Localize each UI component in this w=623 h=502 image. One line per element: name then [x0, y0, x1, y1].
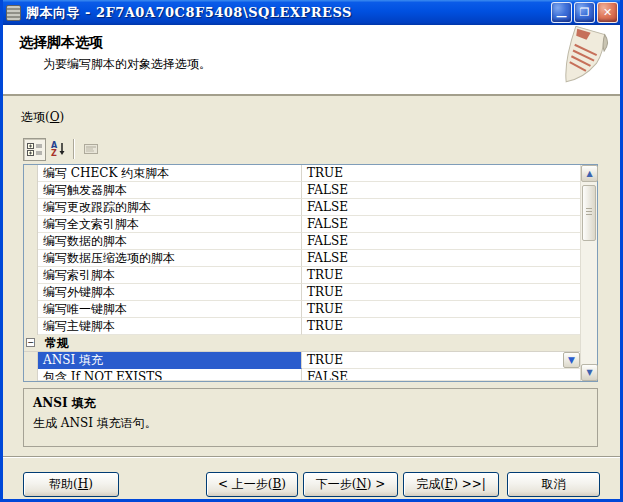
- property-value[interactable]: FALSE: [302, 199, 580, 216]
- row-gutter: [24, 352, 38, 369]
- back-button[interactable]: < 上一步(B): [206, 472, 298, 497]
- scroll-down-icon[interactable]: ▼: [581, 364, 598, 381]
- property-pages-icon: [83, 141, 99, 157]
- alphabetical-sort-button[interactable]: A Z: [46, 138, 69, 161]
- property-name[interactable]: ANSI 填充: [38, 352, 302, 369]
- property-name[interactable]: 编写触发器脚本: [38, 182, 302, 199]
- property-value[interactable]: TRUE: [302, 301, 580, 318]
- property-value[interactable]: TRUE: [302, 165, 580, 182]
- wizard-page-header: 选择脚本选项 为要编写脚本的对象选择选项。: [3, 25, 620, 96]
- property-name[interactable]: 编写主键脚本: [38, 318, 302, 335]
- minimize-button[interactable]: —: [551, 2, 572, 23]
- property-grid-rows: 编写 CHECK 约束脚本TRUE编写触发器脚本FALSE编写更改跟踪的脚本FA…: [24, 165, 580, 381]
- grid-property-row[interactable]: 包含 If NOT EXISTSFALSE: [24, 369, 580, 381]
- close-button[interactable]: ✕: [597, 2, 618, 23]
- categorized-icon: [27, 141, 43, 157]
- help-button[interactable]: 帮助(H): [23, 472, 119, 497]
- property-value[interactable]: FALSE: [302, 216, 580, 233]
- collapse-minus-icon[interactable]: −: [26, 338, 35, 347]
- row-gutter: [24, 233, 38, 250]
- row-gutter: −: [24, 335, 38, 351]
- close-icon: ✕: [603, 7, 612, 18]
- page-title: 选择脚本选项: [19, 34, 103, 52]
- property-name[interactable]: 编写数据压缩选项的脚本: [38, 250, 302, 267]
- script-paper-graphic: [554, 26, 616, 97]
- grid-property-row[interactable]: 编写触发器脚本FALSE: [24, 182, 580, 199]
- grid-property-row[interactable]: 编写数据的脚本FALSE: [24, 233, 580, 250]
- app-icon: [6, 5, 21, 21]
- description-title: ANSI 填充: [24, 389, 597, 412]
- grid-property-row[interactable]: 编写外键脚本TRUE: [24, 284, 580, 301]
- grid-property-row[interactable]: 编写唯一键脚本TRUE: [24, 301, 580, 318]
- property-value[interactable]: FALSE: [302, 369, 580, 381]
- row-gutter: [24, 182, 38, 199]
- row-gutter: [24, 301, 38, 318]
- property-value[interactable]: FALSE: [302, 233, 580, 250]
- grid-property-row[interactable]: 编写数据压缩选项的脚本FALSE: [24, 250, 580, 267]
- property-value[interactable]: TRUE: [302, 267, 580, 284]
- grid-property-row[interactable]: 编写更改跟踪的脚本FALSE: [24, 199, 580, 216]
- svg-text:Z: Z: [51, 149, 57, 157]
- description-text: 生成 ANSI 填充语句。: [24, 412, 597, 432]
- cancel-button[interactable]: 取消: [507, 472, 600, 497]
- property-value[interactable]: FALSE: [302, 250, 580, 267]
- grid-property-row[interactable]: ANSI 填充TRUE▼: [24, 352, 580, 369]
- property-name[interactable]: 编写唯一键脚本: [38, 301, 302, 318]
- property-value[interactable]: TRUE: [302, 284, 580, 301]
- row-gutter: [24, 318, 38, 335]
- grid-property-row[interactable]: 编写全文索引脚本FALSE: [24, 216, 580, 233]
- property-value[interactable]: TRUE▼: [302, 352, 580, 369]
- property-pages-button: [79, 138, 102, 161]
- property-name[interactable]: 编写更改跟踪的脚本: [38, 199, 302, 216]
- scroll-up-icon[interactable]: ▲: [581, 165, 598, 182]
- property-grid: 编写 CHECK 约束脚本TRUE编写触发器脚本FALSE编写更改跟踪的脚本FA…: [23, 164, 598, 382]
- scrollbar-thumb[interactable]: [582, 185, 596, 241]
- property-name[interactable]: 包含 If NOT EXISTS: [38, 369, 302, 381]
- grid-category-row[interactable]: −常规: [24, 335, 580, 352]
- alphabetical-sort-icon: A Z: [50, 141, 66, 157]
- window-title: 脚本向导 - 2F7A0A70C8F5408\SQLEXPRESS: [26, 4, 549, 22]
- row-gutter: [24, 267, 38, 284]
- row-gutter: [24, 369, 38, 381]
- row-gutter: [24, 216, 38, 233]
- row-gutter: [24, 199, 38, 216]
- row-gutter: [24, 165, 38, 182]
- finish-button[interactable]: 完成(F) >>|: [403, 472, 499, 497]
- property-grid-toolbar: A Z: [23, 137, 102, 161]
- property-description-panel: ANSI 填充 生成 ANSI 填充语句。: [23, 388, 598, 447]
- grid-scrollbar[interactable]: ▲ ▼: [580, 165, 597, 381]
- maximize-icon: ❐: [580, 7, 590, 18]
- options-label: 选项(O): [21, 109, 64, 126]
- row-gutter: [24, 284, 38, 301]
- category-label: 常规: [38, 335, 69, 351]
- property-name[interactable]: 编写 CHECK 约束脚本: [38, 165, 302, 182]
- toolbar-separator: [73, 139, 75, 159]
- value-dropdown-icon[interactable]: ▼: [563, 352, 580, 368]
- maximize-button[interactable]: ❐: [574, 2, 595, 23]
- property-name[interactable]: 编写数据的脚本: [38, 233, 302, 250]
- page-subtitle: 为要编写脚本的对象选择选项。: [43, 56, 211, 73]
- script-wizard-dialog: 脚本向导 - 2F7A0A70C8F5408\SQLEXPRESS — ❐ ✕ …: [0, 0, 623, 502]
- property-value[interactable]: FALSE: [302, 182, 580, 199]
- grid-property-row[interactable]: 编写主键脚本TRUE: [24, 318, 580, 335]
- categorized-view-button[interactable]: [23, 138, 46, 161]
- property-name[interactable]: 编写索引脚本: [38, 267, 302, 284]
- property-value[interactable]: TRUE: [302, 318, 580, 335]
- grid-property-row[interactable]: 编写索引脚本TRUE: [24, 267, 580, 284]
- row-gutter: [24, 250, 38, 267]
- footer-divider: [3, 456, 620, 458]
- titlebar[interactable]: 脚本向导 - 2F7A0A70C8F5408\SQLEXPRESS — ❐ ✕: [0, 0, 623, 25]
- property-name[interactable]: 编写外键脚本: [38, 284, 302, 301]
- minimize-icon: —: [556, 11, 567, 22]
- grid-property-row[interactable]: 编写 CHECK 约束脚本TRUE: [24, 165, 580, 182]
- next-button[interactable]: 下一步(N) >: [303, 472, 398, 497]
- property-name[interactable]: 编写全文索引脚本: [38, 216, 302, 233]
